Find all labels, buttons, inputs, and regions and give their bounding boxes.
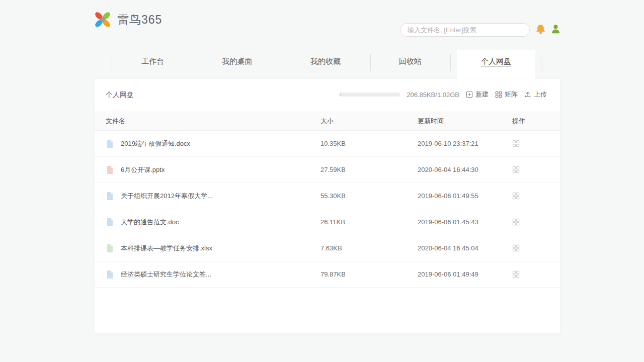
col-header-size: 大小 (320, 117, 418, 126)
storage-usage-text: 206.85KB/1.02GB (407, 91, 459, 99)
doc-file-icon (106, 218, 114, 227)
row-actions-icon[interactable] (512, 192, 549, 200)
matrix-grid-icon (495, 91, 502, 98)
file-name[interactable]: 经济类硕士研究生学位论文答... (121, 270, 211, 279)
new-button[interactable]: 新建 (466, 90, 489, 99)
file-size: 27.59KB (320, 166, 418, 173)
file-size: 79.87KB (320, 270, 418, 278)
table-row[interactable]: 关于组织开展2012年寒假大学... 55.30KB 2019-06-06 01… (95, 183, 560, 209)
upload-button-label: 上传 (534, 90, 547, 99)
col-header-filename: 文件名 (106, 117, 320, 126)
file-name[interactable]: 大学的通告范文.doc (121, 218, 179, 227)
col-header-actions: 操作 (512, 117, 549, 126)
matrix-button[interactable]: 矩阵 (495, 90, 518, 99)
tab-workbench[interactable]: 工作台 (112, 50, 194, 72)
file-name[interactable]: 2019端午放假通知.docx (121, 139, 190, 148)
file-size: 7.63KB (320, 244, 418, 252)
table-row[interactable]: 本科排课表—教学任务安排.xlsx 7.63KB 2020-06-04 16:4… (95, 235, 560, 261)
main-nav: 工作台 我的桌面 我的收藏 回收站 个人网盘 (95, 50, 560, 79)
docx-file-icon (106, 139, 114, 148)
user-icon[interactable] (550, 24, 561, 35)
row-actions-icon[interactable] (512, 244, 549, 252)
logo-pinwheel-icon (93, 11, 112, 28)
storage-progress-fill (340, 93, 341, 97)
file-size: 10.35KB (320, 140, 418, 147)
file-updated: 2019-06-10 23:37:21 (418, 140, 512, 147)
file-updated: 2019-06-06 01:45:43 (418, 218, 512, 226)
pptx-file-icon (106, 165, 114, 174)
new-plus-icon (466, 91, 473, 98)
file-name[interactable]: 6月公开课.pptx (121, 165, 165, 174)
panel-toolbar: 206.85KB/1.02GB 新建 矩阵 上传 (340, 88, 547, 101)
table-row[interactable]: 6月公开课.pptx 27.59KB 2020-06-04 16:44:30 (95, 157, 560, 183)
app-logo[interactable]: 雷鸟365 (93, 11, 162, 28)
table-header-row: 文件名 大小 更新时间 操作 (95, 112, 560, 131)
file-updated: 2019-06-06 01:49:55 (418, 192, 512, 200)
row-actions-icon[interactable] (512, 270, 549, 278)
file-name[interactable]: 关于组织开展2012年寒假大学... (121, 192, 213, 201)
row-actions-icon[interactable] (512, 166, 549, 173)
brand-name: 雷鸟365 (117, 12, 162, 28)
tab-personal-disk[interactable]: 个人网盘 (457, 50, 535, 79)
tab-recycle-bin[interactable]: 回收站 (370, 50, 450, 72)
tab-my-desktop[interactable]: 我的桌面 (194, 50, 281, 72)
new-button-label: 新建 (475, 90, 489, 99)
personal-disk-panel: 个人网盘 206.85KB/1.02GB 新建 矩阵 上传 文件名 大小 更新时… (95, 79, 560, 333)
docx-file-icon (106, 270, 114, 279)
nav-divider (450, 54, 451, 71)
file-table: 文件名 大小 更新时间 操作 2019端午放假通知.docx 10.35KB 2… (95, 112, 560, 288)
col-header-updated: 更新时间 (418, 117, 512, 126)
file-updated: 2020-06-04 16:45:04 (418, 244, 512, 252)
table-row[interactable]: 经济类硕士研究生学位论文答... 79.87KB 2019-06-06 01:4… (95, 261, 560, 288)
file-updated: 2019-06-06 01:49:49 (418, 270, 512, 278)
matrix-button-label: 矩阵 (505, 90, 518, 99)
row-actions-icon[interactable] (512, 218, 549, 226)
tab-my-favorites[interactable]: 我的收藏 (281, 50, 370, 72)
file-size: 26.11KB (320, 218, 418, 226)
table-row[interactable]: 2019端午放假通知.docx 10.35KB 2019-06-10 23:37… (95, 131, 560, 157)
upload-button[interactable]: 上传 (524, 90, 547, 99)
file-size: 55.30KB (320, 192, 418, 200)
file-name[interactable]: 本科排课表—教学任务安排.xlsx (121, 244, 212, 253)
xlsx-file-icon (106, 244, 114, 253)
storage-progress-bar (340, 93, 400, 97)
panel-title: 个人网盘 (106, 90, 134, 100)
bell-icon[interactable] (535, 24, 546, 35)
upload-arrow-icon (524, 91, 531, 98)
search-input[interactable] (400, 23, 530, 37)
row-actions-icon[interactable] (512, 140, 549, 147)
docx-file-icon (106, 192, 114, 201)
file-updated: 2020-06-04 16:44:30 (418, 166, 512, 173)
table-row[interactable]: 大学的通告范文.doc 26.11KB 2019-06-06 01:45:43 (95, 209, 560, 235)
nav-divider (541, 54, 541, 71)
